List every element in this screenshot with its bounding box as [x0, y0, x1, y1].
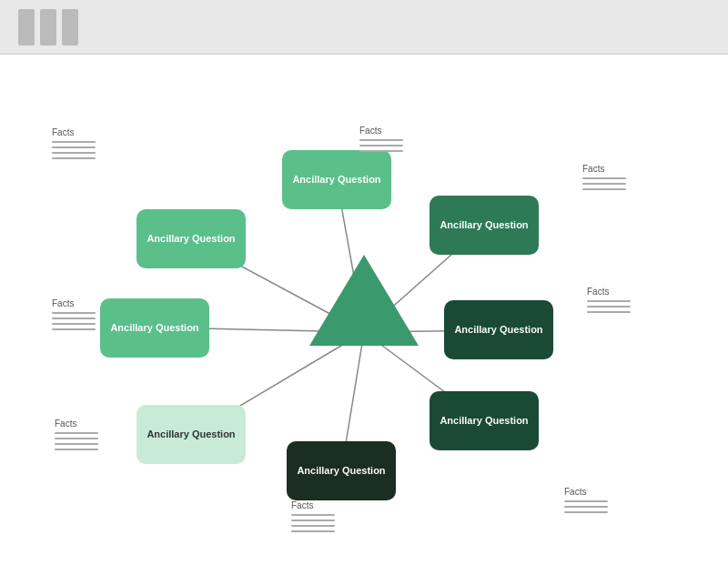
facts-line-fg4-0 — [359, 139, 403, 141]
facts-line-fg2-3 — [52, 328, 96, 330]
header-icons — [18, 9, 78, 45]
facts-label-fg3: Facts — [55, 419, 98, 429]
facts-label-fg2: Facts — [52, 298, 96, 308]
facts-line-fg6-0 — [587, 300, 631, 302]
ancillary-box-aq2: Ancillary Question — [136, 209, 246, 268]
facts-line-fg6-2 — [587, 311, 631, 313]
facts-group-fg8: Facts — [291, 500, 335, 534]
facts-label-fg6: Facts — [587, 287, 631, 297]
facts-label-fg8: Facts — [291, 500, 335, 510]
facts-line-fg1-0 — [52, 141, 96, 143]
facts-line-fg3-1 — [55, 438, 98, 439]
facts-group-fg4: Facts — [359, 126, 403, 154]
header-icon-3 — [62, 9, 78, 45]
facts-line-fg2-1 — [52, 318, 96, 319]
facts-label-fg4: Facts — [359, 126, 403, 136]
facts-group-fg6: Facts — [587, 287, 631, 315]
ancillary-box-aq7: Ancillary Question — [444, 300, 553, 359]
canvas: Ancillary QuestionAncillary QuestionAnci… — [0, 55, 728, 565]
facts-line-fg3-3 — [55, 449, 98, 450]
facts-group-fg1: Facts — [52, 127, 96, 161]
facts-line-fg8-0 — [291, 514, 335, 516]
facts-line-fg1-1 — [52, 146, 96, 148]
facts-line-fg8-3 — [291, 530, 335, 532]
facts-line-fg1-3 — [52, 157, 96, 159]
facts-line-fg2-0 — [52, 312, 96, 314]
facts-line-fg5-1 — [582, 183, 626, 185]
facts-line-fg4-1 — [359, 145, 403, 146]
facts-label-fg7: Facts — [564, 487, 608, 497]
facts-label-fg5: Facts — [582, 164, 626, 174]
facts-label-fg1: Facts — [52, 127, 96, 137]
header-icon-2 — [40, 9, 56, 45]
facts-line-fg2-2 — [52, 323, 96, 325]
facts-line-fg3-0 — [55, 432, 98, 434]
header — [0, 0, 728, 55]
header-icon-1 — [18, 9, 35, 45]
facts-line-fg8-1 — [291, 520, 335, 521]
facts-line-fg3-2 — [55, 443, 98, 445]
ancillary-box-aq4: Ancillary Question — [136, 405, 246, 464]
main-question-container — [309, 255, 419, 355]
ancillary-box-aq6: Ancillary Question — [430, 196, 539, 255]
facts-line-fg7-1 — [564, 506, 608, 508]
facts-line-fg5-2 — [582, 188, 626, 190]
facts-group-fg5: Facts — [582, 164, 626, 192]
facts-group-fg2: Facts — [52, 298, 96, 332]
facts-line-fg6-1 — [587, 306, 631, 308]
ancillary-box-aq5: Ancillary Question — [287, 441, 396, 500]
facts-group-fg3: Facts — [55, 419, 98, 452]
facts-line-fg7-0 — [564, 500, 608, 502]
facts-line-fg4-2 — [359, 150, 403, 152]
facts-line-fg7-2 — [564, 511, 608, 513]
facts-line-fg8-2 — [291, 525, 335, 527]
ancillary-box-aq3: Ancillary Question — [100, 298, 209, 358]
facts-line-fg5-0 — [582, 177, 626, 179]
main-triangle — [309, 255, 419, 346]
ancillary-box-aq8: Ancillary Question — [430, 391, 539, 450]
ancillary-box-aq1: Ancillary Question — [282, 150, 391, 209]
facts-group-fg7: Facts — [564, 487, 608, 515]
facts-line-fg1-2 — [52, 152, 96, 154]
